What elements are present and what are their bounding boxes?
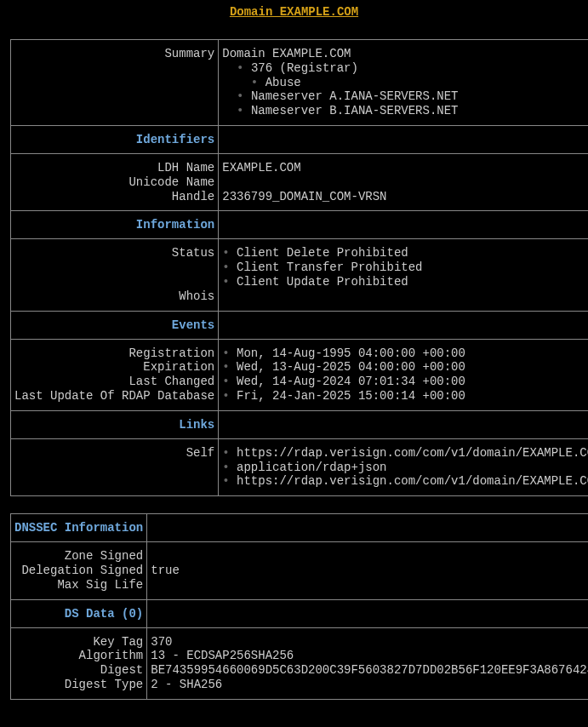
bullet-icon: • (222, 360, 229, 374)
dnssec-header: DNSSEC Information (11, 514, 147, 542)
information-header-row: Information (11, 211, 589, 239)
summary-item: • 376 (Registrar) (222, 61, 588, 76)
zone-signed-value (151, 549, 588, 564)
summary-item: • Abuse (222, 76, 588, 90)
handle-value: 2336799_DOMAIN_COM-VRSN (222, 190, 588, 204)
summary-item: • Nameserver A.IANA-SERVERS.NET (222, 89, 588, 104)
registration-label: Registration (14, 346, 214, 361)
events-header-row: Events (11, 311, 589, 339)
ldh-name-label: LDH Name (14, 161, 214, 175)
digest-value: BE74359954660069D5C63D200C39F5603827D7DD… (151, 663, 588, 678)
status-item: • Client Update Prohibited (222, 275, 588, 289)
bullet-icon: • (237, 89, 243, 103)
bullet-icon: • (222, 389, 229, 403)
link-item: • https://rdap.verisign.com/com/v1/domai… (222, 446, 588, 461)
link-item: • https://rdap.verisign.com/com/v1/domai… (222, 474, 588, 489)
key-tag-value: 370 (151, 635, 588, 650)
dnssec-header-row: DNSSEC Information (11, 514, 589, 542)
identifiers-header: Identifiers (11, 125, 219, 153)
bullet-icon: • (222, 346, 229, 360)
algorithm-value: 13 - ECDSAP256SHA256 (151, 649, 588, 663)
last-changed-label: Last Changed (14, 375, 214, 389)
max-sig-life-value (151, 578, 588, 592)
last-changed-value: • Wed, 14-Aug-2024 07:01:34 +00:00 (222, 375, 588, 389)
digest-type-label: Digest Type (14, 678, 143, 692)
whois-value (222, 289, 588, 304)
status-label: Status (14, 246, 214, 260)
bullet-icon: • (222, 246, 229, 260)
key-tag-label: Key Tag (14, 635, 143, 650)
page-title: Domain EXAMPLE.COM (10, 5, 578, 19)
zone-signed-label: Zone Signed (14, 549, 143, 564)
unicode-name-value (222, 175, 588, 190)
bullet-icon: • (222, 474, 229, 488)
dnssec-row: Zone Signed Delegation Signed Max Sig Li… (11, 542, 589, 599)
summary-value: Domain EXAMPLE.COM (222, 47, 588, 61)
dsdata-header-row: DS Data (0) (11, 599, 589, 627)
last-update-label: Last Update Of RDAP Database (14, 389, 214, 404)
events-header: Events (11, 311, 219, 339)
summary-label: Summary (14, 47, 214, 61)
self-label: Self (14, 446, 214, 461)
expiration-value: • Wed, 13-Aug-2025 04:00:00 +00:00 (222, 360, 588, 375)
status-item: • Client Transfer Prohibited (222, 260, 588, 275)
status-item: • Client Delete Prohibited (222, 246, 588, 260)
digest-type-value: 2 - SHA256 (151, 678, 588, 692)
digest-label: Digest (14, 663, 143, 678)
identifiers-header-row: Identifiers (11, 125, 589, 153)
registration-value: • Mon, 14-Aug-1995 04:00:00 +00:00 (222, 346, 588, 361)
bullet-icon: • (237, 61, 243, 75)
delegation-signed-value: true (151, 564, 588, 578)
events-row: Registration Expiration Last Changed Las… (11, 339, 589, 410)
whois-label: Whois (14, 289, 214, 304)
handle-label: Handle (14, 190, 214, 204)
links-header: Links (11, 410, 219, 438)
ldh-name-value: EXAMPLE.COM (222, 161, 588, 175)
bullet-icon: • (222, 375, 229, 388)
last-update-value: • Fri, 24-Jan-2025 15:00:14 +00:00 (222, 389, 588, 404)
algorithm-label: Algorithm (14, 649, 143, 663)
summary-row: Summary Domain EXAMPLE.COM • 376 (Regist… (11, 40, 589, 126)
main-table: Summary Domain EXAMPLE.COM • 376 (Regist… (10, 39, 588, 496)
bullet-icon: • (222, 275, 229, 289)
expiration-label: Expiration (14, 360, 214, 375)
links-header-row: Links (11, 410, 589, 438)
max-sig-life-label: Max Sig Life (14, 578, 143, 592)
bullet-icon: • (222, 260, 229, 274)
summary-item: • Nameserver B.IANA-SERVERS.NET (222, 104, 588, 118)
unicode-name-label: Unicode Name (14, 175, 214, 190)
information-row: Status Whois • Client Delete Prohibited … (11, 239, 589, 311)
identifiers-row: LDH Name Unicode Name Handle EXAMPLE.COM… (11, 153, 589, 210)
information-header: Information (11, 211, 219, 239)
bullet-icon: • (222, 461, 229, 474)
bullet-icon: • (237, 104, 243, 117)
links-row: Self • https://rdap.verisign.com/com/v1/… (11, 438, 589, 495)
delegation-signed-label: Delegation Signed (14, 564, 143, 578)
link-item: • application/rdap+json (222, 461, 588, 475)
bullet-icon: • (251, 76, 258, 89)
bullet-icon: • (222, 446, 229, 460)
dnssec-table: DNSSEC Information Zone Signed Delegatio… (10, 513, 588, 700)
dsdata-row: Key Tag Algorithm Digest Digest Type 370… (11, 627, 589, 699)
dsdata-header: DS Data (0) (11, 599, 147, 627)
